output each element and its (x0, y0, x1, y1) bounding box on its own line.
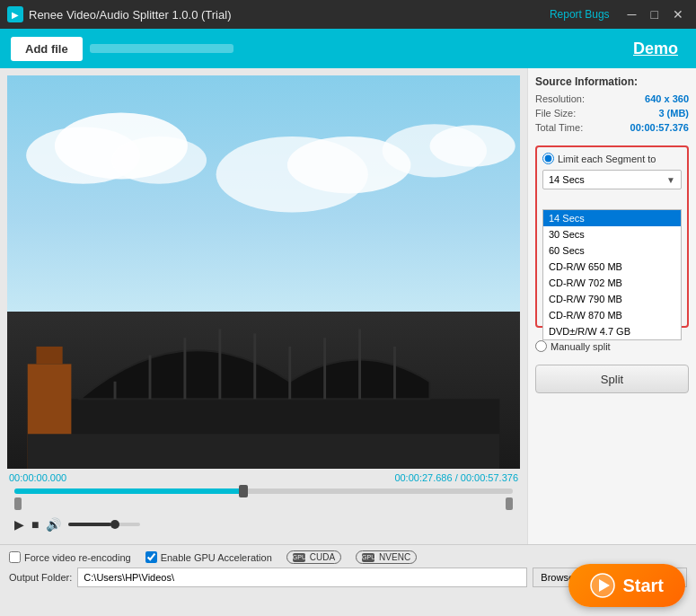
dropdown-item-2[interactable]: 60 Secs (543, 242, 681, 259)
limit-segment-radio[interactable] (542, 153, 554, 164)
checkboxes-row: Force video re-encoding Enable GPU Accel… (9, 550, 687, 564)
svg-rect-19 (28, 434, 500, 469)
playback-controls: ▶ ■ 🔊 (7, 512, 520, 537)
app-icon: ▶ (7, 6, 23, 22)
manually-split-radio[interactable] (535, 340, 547, 352)
video-container (7, 75, 520, 469)
current-time: 00:00:00.000 (9, 472, 66, 483)
dropdown-item-7[interactable]: DVD±/R/W 4.7 GB (543, 323, 681, 339)
toolbar: Add file Demo (0, 29, 696, 68)
total-time: 00:00:27.686 / 00:00:57.376 (394, 472, 518, 483)
source-info: Source Information: Resolution: 640 x 36… (535, 75, 689, 136)
segment-selected-value: 14 Secs (549, 174, 585, 185)
svg-point-2 (111, 136, 207, 184)
resolution-value: 640 x 360 (645, 93, 689, 104)
clouds-svg (7, 75, 520, 312)
right-panel: Source Information: Resolution: 640 x 36… (527, 68, 696, 544)
report-bugs-link[interactable]: Report Bugs (550, 8, 610, 21)
output-folder-input[interactable] (77, 568, 527, 587)
minimize-button[interactable]: ─ (622, 0, 642, 29)
close-button[interactable]: ✕ (667, 0, 689, 29)
svg-rect-18 (36, 347, 62, 364)
nvenc-label: NVENC (379, 552, 410, 562)
filesize-value: 3 (MB) (658, 108, 689, 119)
start-button[interactable]: Start (568, 564, 685, 607)
gpu-accel-checkbox[interactable] (145, 551, 157, 563)
start-label: Start (622, 576, 664, 596)
gpu-accel-item: Enable GPU Acceleration (145, 551, 272, 563)
dropdown-item-1[interactable]: 30 Secs (543, 226, 681, 242)
main-content: 00:00:00.000 00:00:27.686 / 00:00:57.376… (0, 68, 696, 544)
video-bottom (7, 312, 520, 469)
scrubber-thumb[interactable] (239, 485, 248, 497)
app-title: Renee Video/Audio Splitter 1.0.0 (Trial) (29, 8, 231, 22)
segment-dropdown-button[interactable]: 14 Secs ▼ (542, 170, 682, 189)
volume-thumb[interactable] (110, 520, 119, 529)
resolution-label: Resolution: (535, 93, 585, 104)
demo-label: Demo (633, 40, 678, 58)
scrubber-marker-right[interactable] (506, 497, 513, 510)
totaltime-value: 00:00:57.376 (630, 122, 689, 133)
add-file-button[interactable]: Add file (11, 37, 83, 61)
title-bar-controls: Report Bugs ─ □ ✕ (550, 0, 689, 29)
scrubber-marker-left[interactable] (14, 497, 22, 510)
start-icon (590, 573, 615, 598)
resolution-row: Resolution: 640 x 360 (535, 93, 689, 104)
filesize-label: File Size: (535, 108, 576, 119)
dropdown-item-5[interactable]: CD-R/W 790 MB (543, 291, 681, 307)
dropdown-item-4[interactable]: CD-R/W 702 MB (543, 275, 681, 291)
gpu-accel-label: Enable GPU Acceleration (161, 552, 272, 563)
scrubber-markers (14, 497, 513, 510)
time-display: 00:00:00.000 00:00:27.686 / 00:00:57.376 (7, 469, 520, 487)
title-bar: ▶ Renee Video/Audio Splitter 1.0.0 (Tria… (0, 0, 696, 29)
scrubber-fill (14, 488, 243, 494)
nvenc-badge[interactable]: GPU NVENC (356, 550, 417, 564)
manually-split-label: Manually split (551, 341, 611, 352)
cuda-label: CUDA (310, 552, 335, 562)
dropdown-item-3[interactable]: CD-R/W 650 MB (543, 259, 681, 275)
volume-button[interactable]: 🔊 (46, 517, 61, 532)
gpu-icon-nvenc: GPU (362, 553, 374, 562)
scrubber-area[interactable] (7, 487, 520, 512)
force-reencode-checkbox[interactable] (9, 551, 21, 563)
cuda-badge[interactable]: GPU CUDA (286, 550, 341, 564)
force-reencode-label: Force video re-encoding (24, 552, 131, 563)
totaltime-row: Total Time: 00:00:57.376 (535, 122, 689, 133)
filesize-row: File Size: 3 (MB) (535, 108, 689, 119)
play-button[interactable]: ▶ (14, 517, 24, 532)
dropdown-item-6[interactable]: CD-R/W 870 MB (543, 307, 681, 323)
force-reencode-item: Force video re-encoding (9, 551, 131, 563)
scrubber-track[interactable] (14, 488, 513, 494)
volume-slider[interactable] (68, 523, 140, 526)
dropdown-item-0[interactable]: 14 Secs (543, 210, 681, 226)
limit-segment-row: Limit each Segment to (542, 153, 682, 164)
svg-point-6 (430, 125, 515, 167)
video-sky (7, 75, 520, 312)
video-panel: 00:00:00.000 00:00:27.686 / 00:00:57.376… (0, 68, 527, 544)
dropdown-list: 14 Secs 30 Secs 60 Secs CD-R/W 650 MB CD… (542, 209, 682, 340)
segment-dropdown-container: 14 Secs ▼ 14 Secs 30 Secs 60 Secs CD-R/W… (542, 170, 682, 321)
file-path-display (90, 44, 233, 53)
bridge-svg (7, 312, 520, 469)
limit-segment-label: Limit each Segment to (558, 154, 656, 164)
volume-fill (68, 523, 111, 526)
stop-button[interactable]: ■ (31, 517, 39, 532)
split-button[interactable]: Split (535, 365, 689, 393)
output-folder-label: Output Folder: (9, 572, 72, 583)
title-bar-left: ▶ Renee Video/Audio Splitter 1.0.0 (Tria… (7, 6, 231, 22)
source-info-heading: Source Information: (535, 75, 689, 88)
gpu-icon-cuda: GPU (293, 553, 305, 562)
dropdown-arrow-icon: ▼ (666, 175, 675, 185)
totaltime-label: Total Time: (535, 122, 583, 133)
manually-split-row: Manually split (535, 340, 689, 352)
segment-box: Limit each Segment to 14 Secs ▼ 14 Secs … (535, 145, 689, 328)
restore-button[interactable]: □ (646, 0, 664, 29)
